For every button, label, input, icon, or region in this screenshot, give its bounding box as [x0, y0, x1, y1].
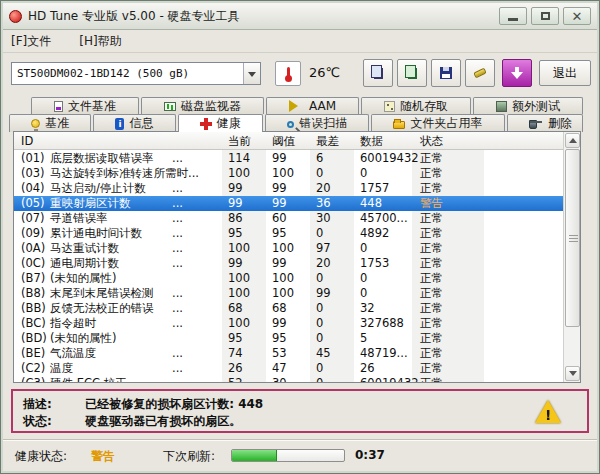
- cell-name: (未知的属性): [50, 331, 116, 346]
- table-row[interactable]: (0A)马达重试计数...100100970正常: [14, 241, 563, 256]
- table-row[interactable]: (01)底层数据读取错误率...11499660019432正常: [14, 151, 563, 166]
- table-row[interactable]: (B8)末尾到末尾错误检测...100100990正常: [14, 286, 563, 301]
- table-row[interactable]: (B7)(未知的属性)10010000正常: [14, 271, 563, 286]
- cell-thr: 99: [272, 256, 287, 271]
- cell-sta: 正常: [420, 181, 443, 196]
- maximize-button[interactable]: [531, 7, 559, 25]
- exit-button[interactable]: 退出: [539, 60, 591, 86]
- table-row[interactable]: (BE)气流温度...74534548719...正常: [14, 346, 563, 361]
- cell-thr: 99: [272, 151, 287, 166]
- copy-icon: [374, 68, 383, 79]
- cell-cur: 95: [228, 331, 243, 346]
- update-button[interactable]: [502, 59, 532, 87]
- table-row[interactable]: (03)马达旋转到标准转速所需时...10010000正常: [14, 166, 563, 181]
- cell-thr: 99: [272, 181, 287, 196]
- tab-bulb[interactable]: 基准: [9, 114, 91, 132]
- cell-id: (B7): [21, 271, 45, 286]
- tab-label: 随机存取: [400, 98, 448, 115]
- cell-name: 马达旋转到标准转速所需时...: [50, 166, 199, 181]
- save-button[interactable]: [431, 59, 461, 87]
- col-data[interactable]: 数据: [360, 134, 383, 149]
- cell-id: (05): [21, 196, 45, 211]
- tab-scan[interactable]: 错误扫描: [265, 114, 369, 132]
- table-row[interactable]: (05)重映射扇区计数...999936448警告: [14, 196, 563, 211]
- close-icon: ✕: [572, 10, 583, 23]
- tab-label: 信息: [129, 115, 153, 132]
- cell-cur: 99: [228, 196, 243, 211]
- tab-monitor[interactable]: 磁盘监视器: [141, 97, 264, 114]
- save-icon: [440, 67, 452, 79]
- cell-thr: 100: [272, 286, 294, 301]
- cell-dat: 0: [360, 271, 367, 286]
- menu-file[interactable]: [F]文件: [11, 33, 51, 50]
- tab-trash[interactable]: 删除: [507, 114, 583, 132]
- cell-wor: 30: [316, 211, 331, 226]
- col-worst[interactable]: 最差: [316, 134, 339, 149]
- cell-thr: 100: [272, 166, 294, 181]
- copy-text-button[interactable]: [363, 59, 393, 87]
- table-row[interactable]: (04)马达启动/停止计数...9999201757正常: [14, 181, 563, 196]
- cell-dat: 26: [360, 361, 375, 376]
- minimize-button[interactable]: [499, 7, 527, 25]
- chevron-down-icon[interactable]: [243, 63, 260, 84]
- cell-thr: 99: [272, 196, 287, 211]
- tab-file[interactable]: 文件基准: [31, 97, 139, 114]
- col-current[interactable]: 当前: [228, 134, 251, 149]
- vertical-scrollbar[interactable]: [563, 132, 580, 382]
- table-row[interactable]: (BB)反馈无法校正的错误...6868032正常: [14, 301, 563, 316]
- close-button[interactable]: ✕: [563, 7, 591, 25]
- cell-sta: 正常: [420, 166, 443, 181]
- cell-wor: 0: [316, 331, 323, 346]
- cell-id: (0C): [21, 256, 45, 271]
- scrollbar-thumb[interactable]: [565, 149, 580, 327]
- disk-icon: [496, 101, 507, 112]
- cell-dots: ...: [172, 256, 183, 271]
- tab-label: 删除: [548, 115, 572, 132]
- menu-help[interactable]: [H]帮助: [79, 33, 121, 50]
- col-status[interactable]: 状态: [420, 134, 443, 149]
- tab-dice[interactable]: 随机存取: [361, 97, 471, 114]
- cell-cur: 99: [228, 181, 243, 196]
- cell-dots: ...: [172, 346, 183, 361]
- copy-image-button[interactable]: [397, 59, 427, 87]
- speaker-icon: [289, 100, 304, 112]
- status-bar: 健康状态: 警告 下次刷新: 0:37: [3, 439, 597, 469]
- options-button[interactable]: [465, 59, 495, 87]
- table-row[interactable]: (BC)指令超时...100990327688正常: [14, 316, 563, 331]
- col-threshold[interactable]: 阈值: [272, 134, 295, 149]
- cell-thr: 53: [272, 346, 287, 361]
- table-row[interactable]: (BD)(未知的属性)959505正常: [14, 331, 563, 346]
- tab-disk[interactable]: 额外测试: [473, 97, 583, 114]
- window-title: HD Tune 专业版 v5.00 - 硬盘专业工具: [28, 8, 240, 25]
- toolbar: ST500DM002-1BD142 (500 gB) 26℃ 退出: [3, 53, 597, 95]
- tab-speaker[interactable]: AAM: [266, 97, 359, 114]
- cell-id: (01): [21, 151, 45, 166]
- col-id[interactable]: ID: [21, 134, 33, 148]
- cell-cur: 68: [228, 301, 243, 316]
- dice-icon: [384, 101, 395, 112]
- cell-sta: 警告: [420, 196, 443, 211]
- cell-id: (07): [21, 211, 45, 226]
- tab-folder[interactable]: 文件夹占用率: [371, 114, 504, 132]
- status-value: 硬盘驱动器已有损坏的扇区。: [85, 414, 241, 428]
- table-row[interactable]: (0C)通电周期计数...9999201753正常: [14, 256, 563, 271]
- cell-wor: 97: [316, 241, 331, 256]
- cell-thr: 100: [272, 271, 294, 286]
- cell-dots: ...: [172, 361, 183, 376]
- drive-select[interactable]: ST500DM002-1BD142 (500 gB): [11, 62, 261, 85]
- tab-health[interactable]: 健康: [178, 114, 263, 132]
- table-row[interactable]: (C3)硬件 ECC 校正5230060019432正常: [14, 376, 563, 383]
- cell-wor: 20: [316, 181, 331, 196]
- cell-dat: 448: [360, 196, 382, 211]
- table-row[interactable]: (07)寻道错误率...86603045700...正常: [14, 211, 563, 226]
- tab-info[interactable]: 信息: [93, 114, 175, 132]
- cell-id: (04): [21, 181, 45, 196]
- scroll-down-icon[interactable]: [565, 366, 580, 381]
- cell-sta: 正常: [420, 211, 443, 226]
- cell-dots: ...: [172, 151, 183, 166]
- table-row[interactable]: (09)累计通电时间计数...959504892正常: [14, 226, 563, 241]
- cell-dat: 60019432: [360, 151, 419, 166]
- scroll-up-icon[interactable]: [565, 133, 580, 148]
- health-status-badge: 警告: [91, 448, 115, 465]
- table-row[interactable]: (C2)温度...2647026正常: [14, 361, 563, 376]
